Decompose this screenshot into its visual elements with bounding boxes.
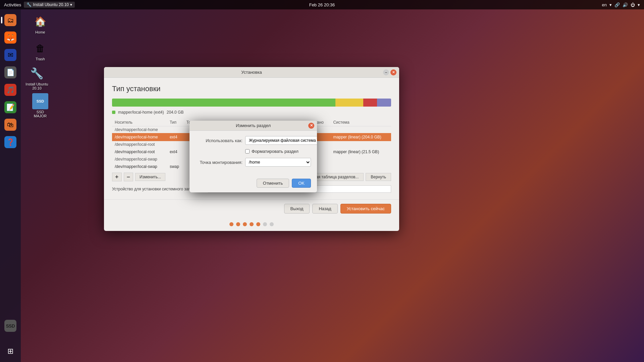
topbar-datetime: Feb 26 20:36	[309, 2, 335, 7]
sidebar-item-help[interactable]: ❓	[2, 134, 18, 150]
system-chevron: ▾	[638, 2, 640, 7]
legend-size: 204.0 GB	[167, 110, 184, 115]
topbar: Activities 🔧 Install Ubuntu 20.10 ▾ Feb …	[0, 0, 644, 9]
sidebar-item-firefox[interactable]: 🦊	[2, 29, 18, 46]
sidebar-item-appstore[interactable]: 🛍	[2, 117, 18, 133]
progress-dot-3	[243, 222, 247, 226]
network-icon: 🔗	[614, 2, 620, 7]
cancel-button[interactable]: Отменить	[257, 179, 289, 188]
progress-dot-4	[250, 222, 254, 226]
format-row: Форматировать раздел	[196, 149, 311, 154]
topbar-left: Activities 🔧 Install Ubuntu 20.10 ▾	[4, 2, 75, 8]
mount-label: Точка монтирования:	[196, 160, 243, 165]
dialog-body: Использовать как: Журналируемая файловая…	[190, 131, 317, 176]
sidebar-item-files[interactable]: 🗂	[2, 12, 18, 28]
activities-button[interactable]: Activities	[4, 2, 21, 7]
format-label: Форматировать раздел	[252, 149, 299, 154]
exit-button[interactable]: Выход	[284, 204, 310, 214]
sidebar-item-notes[interactable]: 📄	[2, 64, 18, 80]
trash-label: Trash	[36, 57, 45, 61]
minimize-button[interactable]: –	[383, 69, 389, 75]
desktop-icon-home[interactable]: 🏠 Home	[27, 13, 54, 34]
home-label: Home	[35, 30, 45, 34]
partition-legend: mapper/local-home (ext4) 204.0 GB	[112, 110, 391, 115]
install-label: Install Ubuntu20.10	[25, 82, 48, 90]
window-controls: – ✕	[383, 69, 396, 75]
installer-footer: Выход Назад Установить сейчас	[104, 199, 399, 218]
progress-dots	[104, 218, 399, 231]
progress-dot-7	[270, 222, 274, 226]
sidebar-apps-grid[interactable]: ⊞	[2, 343, 18, 359]
install-chevron: ▾	[70, 2, 72, 7]
keyboard-lang[interactable]: en	[602, 2, 607, 7]
volume-icon: 🔊	[623, 2, 628, 7]
sidebar-item-rhythmbox[interactable]: 🎵	[2, 82, 18, 98]
use-as-row: Использовать как: Журналируемая файловая…	[196, 136, 311, 145]
col-device: Носитель	[112, 119, 167, 126]
dialog-titlebar: Изменить раздел ✕	[190, 121, 317, 131]
sidebar-item-thunderbird[interactable]: ✉	[2, 47, 18, 63]
partition-bar	[112, 99, 391, 107]
change-partition-dialog: Изменить раздел ✕ Использовать как: Журн…	[190, 121, 317, 192]
progress-dot-5	[256, 222, 260, 226]
ok-button[interactable]: OK	[292, 179, 311, 188]
dialog-close-button[interactable]: ✕	[308, 123, 314, 129]
col-type: Тип	[167, 119, 184, 126]
mount-select[interactable]: /home	[245, 158, 311, 167]
legend-color	[112, 111, 115, 114]
ssd-label: SSDMAJOR	[34, 110, 47, 118]
lang-chevron: ▾	[609, 2, 612, 7]
desktop-icon-ssd[interactable]: SSD SSDMAJOR	[27, 93, 54, 118]
power-icon: ⏻	[631, 2, 635, 7]
home-icon: 🏠	[32, 13, 48, 29]
install-now-button[interactable]: Установить сейчас	[340, 204, 391, 214]
progress-dot-2	[236, 222, 240, 226]
sidebar-item-libreoffice[interactable]: 📝	[2, 99, 18, 115]
install-badge[interactable]: 🔧 Install Ubuntu 20.10 ▾	[24, 2, 75, 8]
use-as-label: Использовать как:	[196, 138, 243, 143]
install-label: Install Ubuntu 20.10	[33, 2, 69, 7]
remove-partition-button[interactable]: −	[124, 173, 133, 181]
mount-row: Точка монтирования: /home	[196, 158, 311, 167]
format-checkbox[interactable]	[245, 149, 250, 154]
install-icon: 🔧	[29, 65, 45, 81]
ssd-icon: SSD	[32, 93, 48, 109]
desktop-icon-install[interactable]: 🔧 Install Ubuntu20.10	[23, 65, 50, 90]
legend-name: mapper/local-home (ext4)	[118, 110, 164, 115]
change-partition-button[interactable]: Изменить...	[135, 173, 165, 181]
col-system: Система	[330, 119, 391, 126]
trash-icon: 🗑	[32, 40, 48, 56]
progress-dot-6	[263, 222, 267, 226]
close-button[interactable]: ✕	[390, 69, 396, 75]
progress-dot-1	[229, 222, 233, 226]
back-button[interactable]: Назад	[312, 204, 337, 214]
topbar-right: en ▾ 🔗 🔊 ⏻ ▾	[602, 2, 640, 7]
use-as-select[interactable]: Журналируемая файловая система Ext4	[245, 136, 317, 145]
sidebar-item-ssd[interactable]: SSD	[2, 318, 18, 334]
sidebar: 🗂 🦊 ✉ 📄 🎵 📝 🛍 ❓ SSD ⊞	[0, 9, 21, 362]
revert-button[interactable]: Вернуть	[366, 173, 391, 181]
desktop-icon-trash[interactable]: 🗑 Trash	[27, 40, 54, 61]
window-titlebar: Установка – ✕	[104, 67, 399, 78]
dialog-footer: Отменить OK	[190, 176, 317, 192]
dialog-title: Изменить раздел	[236, 123, 271, 128]
window-title: Установка	[241, 70, 262, 75]
add-partition-button[interactable]: +	[112, 173, 122, 181]
installer-heading: Тип установки	[112, 84, 391, 93]
